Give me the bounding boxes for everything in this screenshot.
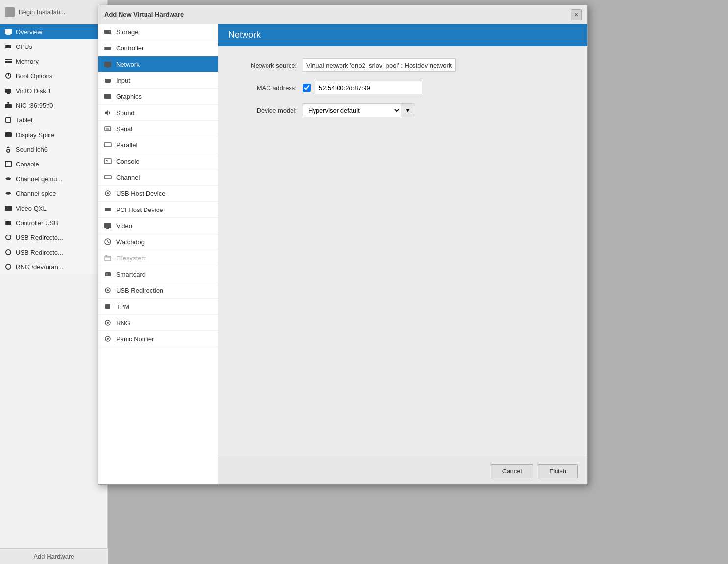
svg-point-15 xyxy=(7,149,10,152)
sidebar-item-cpus[interactable]: CPUs xyxy=(0,39,108,54)
svg-point-32 xyxy=(109,80,110,81)
hw-item-graphics[interactable]: Graphics xyxy=(98,89,218,105)
sidebar-item-memory[interactable]: Memory xyxy=(0,54,108,69)
sidebar-item-label: USB Redirecto... xyxy=(16,249,63,256)
hw-item-label: Graphics xyxy=(116,93,142,100)
finish-button[interactable]: Finish xyxy=(538,464,578,478)
hw-item-label: Console xyxy=(116,158,140,165)
sidebar-item-virtio-disk-1[interactable]: VirtIO Disk 1 xyxy=(0,83,108,98)
hw-item-parallel[interactable]: Parallel xyxy=(98,137,218,153)
hw-item-label: USB Redirection xyxy=(116,287,163,294)
hw-item-watchdog[interactable]: Watchdog xyxy=(98,234,218,250)
hw-item-console[interactable]: Console xyxy=(98,153,218,169)
hw-item-icon xyxy=(103,334,112,343)
svg-point-41 xyxy=(107,192,109,194)
sidebar-item-video-qxl[interactable]: Video QXL xyxy=(0,201,108,215)
dialog-title: Add New Virtual Hardware xyxy=(104,11,184,18)
sidebar-item-tablet[interactable]: Tablet xyxy=(0,113,108,127)
sidebar-item-console[interactable]: Console xyxy=(0,157,108,171)
svg-rect-55 xyxy=(106,305,109,306)
bg-toolbar-text: Begin Installati... xyxy=(19,8,65,16)
hw-item-serial[interactable]: Serial xyxy=(98,121,218,137)
sidebar-item-label: Video QXL xyxy=(16,205,47,212)
hw-item-panic-notifier[interactable]: Panic Notifier xyxy=(98,331,218,347)
hw-item-label: Panic Notifier xyxy=(116,335,154,343)
sidebar-item-display-spice[interactable]: Display Spice xyxy=(0,127,108,142)
hw-item-icon xyxy=(103,76,112,85)
hw-item-video[interactable]: Video xyxy=(98,218,218,234)
sidebar-item-boot-options[interactable]: Boot Options xyxy=(0,69,108,83)
sidebar-item-channel-qemu---[interactable]: Channel qemu... xyxy=(0,171,108,186)
sidebar-item-rng--dev-uran---[interactable]: RNG /dev/uran... xyxy=(0,259,108,274)
hw-item-icon xyxy=(103,189,112,198)
sidebar-item-usb-redirecto---[interactable]: USB Redirecto... xyxy=(0,230,108,245)
svg-rect-9 xyxy=(5,89,11,93)
hw-item-label: Watchdog xyxy=(116,238,145,246)
hw-item-icon xyxy=(103,286,112,295)
hw-item-icon xyxy=(103,27,112,36)
svg-rect-13 xyxy=(6,118,11,122)
svg-rect-5 xyxy=(5,61,12,62)
hw-item-storage[interactable]: Storage xyxy=(98,24,218,40)
hw-item-channel[interactable]: Channel xyxy=(98,169,218,186)
network-source-select[interactable]: Virtual network 'eno2_sriov_pool' : Host… xyxy=(303,58,456,72)
sidebar-item-sound-ich6[interactable]: Sound ich6 xyxy=(0,142,108,157)
sidebar-item-controller-usb[interactable]: Controller USB xyxy=(0,215,108,230)
hw-item-usb-redirection[interactable]: USB Redirection xyxy=(98,282,218,299)
svg-rect-34 xyxy=(105,127,111,131)
svg-rect-49 xyxy=(105,255,107,257)
config-panel: Network Network source: Virtual network … xyxy=(218,24,587,484)
hw-item-icon xyxy=(103,302,112,311)
hw-item-usb-host-device[interactable]: USB Host Device xyxy=(98,186,218,202)
hw-item-label: Filesystem xyxy=(116,255,146,262)
svg-rect-1 xyxy=(6,34,10,35)
sidebar-item-channel-spice[interactable]: Channel spice xyxy=(0,186,108,201)
hw-item-label: Storage xyxy=(116,28,139,36)
hw-item-sound[interactable]: Sound xyxy=(98,105,218,121)
sidebar-icon xyxy=(4,57,13,66)
hw-item-input[interactable]: Input xyxy=(98,72,218,89)
device-model-dropdown-button[interactable]: ▼ xyxy=(401,103,414,117)
sidebar-item-label: Tablet xyxy=(16,117,33,124)
hw-item-label: RNG xyxy=(116,319,130,327)
sidebar-icon xyxy=(4,27,13,36)
sidebar-item-label: Overview xyxy=(16,28,42,36)
hw-item-icon xyxy=(103,318,112,327)
hw-item-icon xyxy=(103,254,112,262)
hw-item-network[interactable]: Network xyxy=(98,56,218,72)
sidebar-item-label: Memory xyxy=(16,58,39,65)
svg-rect-17 xyxy=(5,206,12,211)
cancel-button[interactable]: Cancel xyxy=(491,464,533,478)
dialog-titlebar: Add New Virtual Hardware × xyxy=(98,5,587,24)
svg-rect-37 xyxy=(104,143,111,147)
device-model-wrapper: Hypervisor defaultvirtioe1000rtl8139 ▼ xyxy=(303,103,414,117)
svg-rect-38 xyxy=(104,159,111,164)
mac-address-checkbox[interactable] xyxy=(303,84,311,92)
hw-item-label: Sound xyxy=(116,109,135,117)
hw-item-rng[interactable]: RNG xyxy=(98,315,218,331)
hardware-list: StorageControllerNetworkInputGraphicsSou… xyxy=(98,24,218,484)
hw-item-tpm[interactable]: TPM xyxy=(98,299,218,315)
dialog-footer: Cancel Finish xyxy=(218,458,587,484)
sidebar-item-label: NIC :36:95:f0 xyxy=(16,102,53,109)
sidebar-item-usb-redirecto---[interactable]: USB Redirecto... xyxy=(0,245,108,259)
sidebar-item-label: USB Redirecto... xyxy=(16,234,63,241)
hw-item-icon xyxy=(103,108,112,117)
close-button[interactable]: × xyxy=(571,9,582,20)
svg-line-47 xyxy=(108,242,109,243)
svg-point-22 xyxy=(6,264,11,269)
mac-address-input[interactable] xyxy=(315,81,422,94)
svg-rect-27 xyxy=(104,62,111,67)
sidebar-item-nic--36-95-f0[interactable]: NIC :36:95:f0 xyxy=(0,98,108,113)
hw-item-controller[interactable]: Controller xyxy=(98,40,218,56)
hw-item-icon xyxy=(103,60,112,69)
hw-item-pci-host-device[interactable]: PCI Host Device xyxy=(98,202,218,218)
sidebar: OverviewCPUsMemoryBoot OptionsVirtIO Dis… xyxy=(0,24,108,274)
hw-item-smartcard[interactable]: Smartcard xyxy=(98,266,218,282)
sidebar-item-overview[interactable]: Overview xyxy=(0,24,108,39)
svg-rect-39 xyxy=(104,176,111,179)
device-model-select[interactable]: Hypervisor defaultvirtioe1000rtl8139 xyxy=(303,103,401,117)
bg-toolbar: Begin Installati... xyxy=(0,0,107,24)
svg-rect-6 xyxy=(5,62,12,63)
sidebar-icon xyxy=(4,262,13,271)
